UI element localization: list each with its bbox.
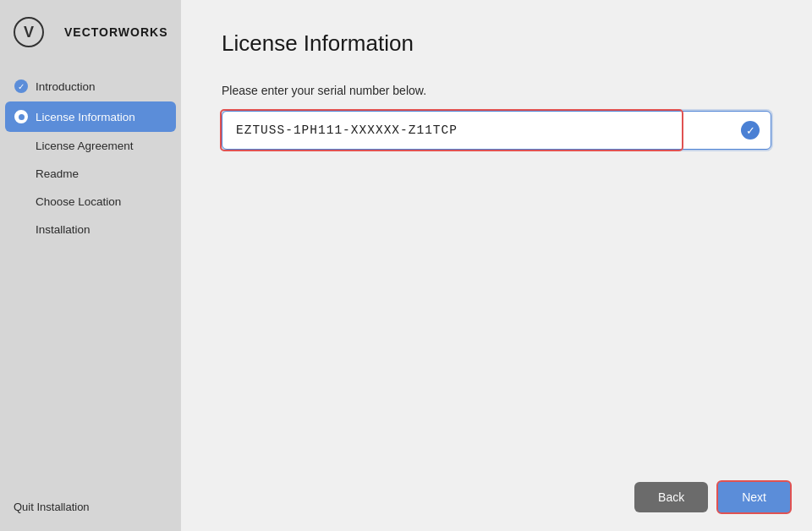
sidebar-item-readme[interactable]: Readme	[0, 160, 181, 188]
quit-area: Quit Installation	[0, 485, 181, 531]
sidebar-item-label: Introduction	[36, 80, 96, 93]
sidebar-item-choose-location[interactable]: Choose Location	[0, 188, 181, 216]
serial-valid-check-icon: ✓	[741, 121, 760, 140]
quit-installation-button[interactable]: Quit Installation	[14, 501, 90, 513]
sidebar-item-introduction[interactable]: ✓ Introduction	[0, 71, 181, 101]
sidebar: V VECTORWORKS ✓ Introduction License Inf…	[0, 0, 181, 531]
logo-icon: V	[14, 17, 44, 47]
app-name: VECTORWORKS	[64, 25, 168, 39]
footer: Back Next	[181, 467, 812, 531]
sidebar-item-license-information[interactable]: License Information	[5, 101, 176, 132]
sidebar-item-label: Readme	[36, 167, 79, 180]
sidebar-item-installation[interactable]: Installation	[0, 216, 181, 244]
next-button[interactable]: Next	[716, 480, 792, 514]
sidebar-item-label: License Agreement	[36, 140, 134, 152]
serial-number-input[interactable]	[222, 111, 771, 150]
serial-input-wrapper: ✓	[222, 111, 771, 150]
sidebar-item-label: Choose Location	[36, 195, 121, 208]
page-title: License Information	[222, 30, 771, 57]
back-button[interactable]: Back	[634, 482, 708, 512]
serial-prompt: Please enter your serial number below.	[222, 84, 771, 97]
check-icon: ✓	[14, 79, 28, 93]
introduction-status-icon: ✓	[14, 79, 29, 94]
license-information-status-icon	[14, 109, 29, 124]
sidebar-item-label: Installation	[36, 223, 91, 236]
logo-area: V VECTORWORKS	[0, 0, 181, 68]
main-content: License Information Please enter your se…	[181, 0, 812, 531]
sidebar-item-license-agreement[interactable]: License Agreement	[0, 132, 181, 160]
serial-check-icon-wrapper: ✓	[741, 121, 760, 140]
content-area: License Information Please enter your se…	[181, 0, 812, 467]
nav-menu: ✓ Introduction License Information Licen…	[0, 68, 181, 485]
radio-icon	[14, 110, 28, 123]
sidebar-item-label: License Information	[36, 111, 135, 123]
